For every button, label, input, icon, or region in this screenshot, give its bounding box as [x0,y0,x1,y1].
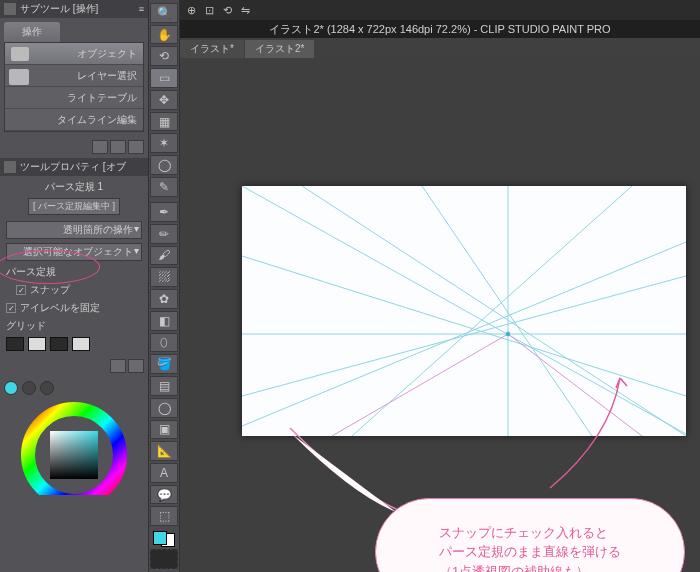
document-tabs: イラスト* イラスト2* [180,38,700,58]
snap-row[interactable]: スナップ [6,281,142,299]
grid-swatch-1[interactable] [6,337,24,351]
toolprop-panel-header: ツールプロパティ [オブ [0,158,148,176]
tool-hand[interactable]: ✋ [150,25,178,45]
color-circle-icon[interactable] [4,381,18,395]
selectable-objects-select[interactable]: 選択可能なオブジェクト [6,243,142,261]
nav-zoom-icon[interactable]: ⊕ [184,3,198,17]
snap-label: スナップ [30,283,70,297]
doc-tab-2[interactable]: イラスト2* [245,40,314,58]
cursor-icon [9,69,29,85]
color-square-icon[interactable] [22,381,36,395]
doc-tab-1[interactable]: イラスト* [180,40,244,58]
grid-label-row: グリッド [6,317,142,335]
doc-tab-label: イラスト* [190,42,234,56]
tool-blend[interactable]: ⬯ [150,333,178,353]
panel-grip-icon [4,161,16,173]
tool-pen[interactable]: ✒ [150,202,178,222]
tool-text[interactable]: A [150,463,178,483]
annotation-text: スナップにチェック入れると パース定規のまま直線を弾ける （1点透視図の補助線も… [439,523,621,572]
svg-point-14 [506,332,510,336]
tool-pencil[interactable]: ✏ [150,224,178,244]
svg-line-12 [332,334,508,436]
tool-marquee[interactable]: ▦ [150,112,178,132]
color-wheel[interactable] [14,399,134,495]
perspective-ruler-row: パース定規 [6,263,142,281]
doc-tab-label: イラスト2* [255,42,304,56]
tool-airbrush[interactable]: ⛆ [150,267,178,287]
toolbar: 🔍 ✋ ⟲ ▭ ✥ ▦ ✶ ◯ ✎ ✒ ✏ 🖌 ⛆ ✿ ◧ ⬯ 🪣 ▤ ◯ ▣ … [148,0,180,572]
tool-gradient[interactable]: ▤ [150,376,178,396]
snap-checkbox[interactable] [16,285,26,295]
subtool-item-object[interactable]: オブジェクト [5,43,143,65]
tool-correct[interactable]: ⬚ [150,506,178,526]
subtool-item-label: タイムライン編集 [57,113,137,127]
subtool-delete-button[interactable] [128,140,144,154]
subtool-item-label: ライトテーブル [67,91,137,105]
tool-eyedropper[interactable]: ✎ [150,177,178,197]
toolprop-opt-button[interactable] [110,359,126,373]
tool-figure[interactable]: ◯ [150,398,178,418]
toolprop-panel-title: ツールプロパティ [オブ [20,160,144,174]
svg-line-9 [422,186,592,436]
top-icon-strip: ⊕ ⊡ ⟲ ⇋ [180,0,700,20]
svg-line-8 [352,186,632,436]
perspective-ruler-overlay [242,186,686,436]
tool-wand[interactable]: ✶ [150,133,178,153]
svg-line-11 [242,276,686,396]
toolprop-title: パース定規 1 [6,180,142,194]
grid-swatch-2[interactable] [28,337,46,351]
document-title-bar: イラスト2* (1284 x 722px 146dpi 72.2%) - CLI… [180,20,700,38]
transparent-chip[interactable] [150,549,178,569]
panel-menu-icon[interactable]: ≡ [139,4,144,14]
tool-eraser[interactable]: ◧ [150,311,178,331]
subtool-copy-button[interactable] [110,140,126,154]
subtool-item-timeline[interactable]: タイムライン編集 [5,109,143,131]
svg-line-7 [302,186,686,436]
panel-grip-icon [4,3,16,15]
color-panel [0,377,148,499]
nav-fit-icon[interactable]: ⊡ [202,3,216,17]
tool-rotate[interactable]: ⟲ [150,46,178,66]
select-label: 選択可能なオブジェクト [23,246,133,257]
tool-balloon[interactable]: 💬 [150,485,178,505]
tool-brush[interactable]: 🖌 [150,246,178,266]
tool-move-layer[interactable]: ✥ [150,90,178,110]
tool-fill[interactable]: 🪣 [150,354,178,374]
color-slider-icon[interactable] [40,381,54,395]
toolprop-wrench-button[interactable] [128,359,144,373]
nav-flip-icon[interactable]: ⇋ [238,3,252,17]
svg-line-10 [242,256,686,396]
color-chip[interactable] [153,531,175,547]
tool-decoration[interactable]: ✿ [150,289,178,309]
subtool-tab[interactable]: 操作 [4,22,60,42]
nav-rotate-icon[interactable]: ⟲ [220,3,234,17]
annotation-callout: スナップにチェック入れると パース定規のまま直線を弾ける （1点透視図の補助線も… [375,498,685,572]
svg-line-5 [242,186,686,434]
tool-operation[interactable]: ▭ [150,68,178,88]
subtool-item-label: レイヤー選択 [77,69,137,83]
eye-level-row[interactable]: アイレベルを固定 [6,299,142,317]
svg-line-13 [508,334,642,436]
transparent-ops-select[interactable]: 透明箇所の操作 [6,221,142,239]
toolprop-status-badge: [ パース定規編集中 ] [28,198,120,215]
tool-ruler[interactable]: 📐 [150,441,178,461]
subtool-add-button[interactable] [92,140,108,154]
select-label: 透明箇所の操作 [63,224,133,235]
subtool-item-label: オブジェクト [77,47,137,61]
grid-swatch-3[interactable] [50,337,68,351]
subtool-item-light-table[interactable]: ライトテーブル [5,87,143,109]
tool-zoom[interactable]: 🔍 [150,3,178,23]
subtool-panel-header: サブツール [操作] ≡ [0,0,148,18]
subtool-panel-title: サブツール [操作] [20,2,135,16]
canvas[interactable] [242,186,686,436]
eye-level-label: アイレベルを固定 [20,301,100,315]
grid-swatch-4[interactable] [72,337,90,351]
tool-lasso[interactable]: ◯ [150,155,178,175]
eye-level-checkbox[interactable] [6,303,16,313]
svg-rect-2 [50,431,98,479]
tool-frame[interactable]: ▣ [150,420,178,440]
document-title: イラスト2* (1284 x 722px 146dpi 72.2%) - CLI… [269,22,610,37]
